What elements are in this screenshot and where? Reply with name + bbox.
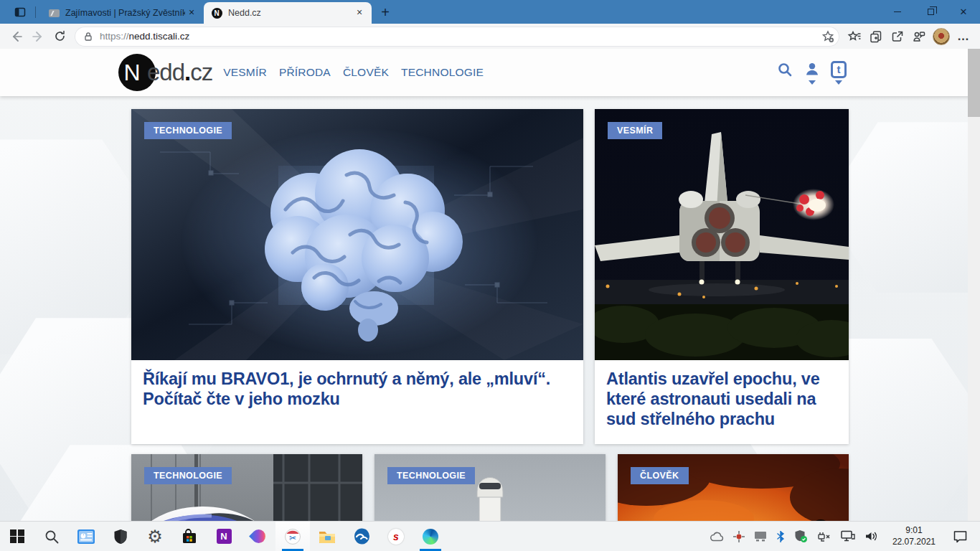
header-icons: t — [776, 61, 847, 85]
window-restore-button[interactable] — [914, 0, 947, 24]
settings-more-icon[interactable]: … — [953, 26, 974, 47]
article-headline[interactable]: Říkají mu BRAVO1, je ochrnutý a němý, al… — [143, 369, 572, 410]
security-shield-icon[interactable] — [794, 529, 808, 543]
clock-time: 9:01 — [892, 525, 936, 537]
article-card-brain: TECHNOLOGIE Říkají mu BRAVO1, je ochrnut… — [131, 109, 583, 444]
article-card-rocket: TECHNOLOGIE — [374, 454, 606, 521]
taskbar-seznam-button[interactable]: s — [379, 522, 413, 551]
scrollbar-thumb[interactable] — [968, 49, 980, 117]
tab-favicon-icon — [48, 7, 60, 19]
gear-icon: ⚙ — [147, 528, 163, 545]
action-center-icon[interactable] — [949, 530, 974, 543]
tab-close-icon[interactable]: × — [353, 6, 366, 19]
category-tag[interactable]: ČLOVĚK — [631, 467, 689, 484]
taskbar-system-app-button[interactable] — [69, 522, 103, 551]
tab-actions-menu-icon[interactable] — [10, 2, 30, 22]
feedback-icon[interactable] — [908, 26, 930, 47]
power-icon[interactable] — [817, 531, 831, 542]
article-headline[interactable]: Atlantis uzavřel epochu, ve které astron… — [606, 369, 837, 430]
page-viewport: N edd.cz VESMÍR PŘÍRODA ČLOVĚK TECHNOLOG… — [0, 49, 980, 521]
taskbar-paint3d-button[interactable] — [241, 522, 275, 551]
share-icon[interactable] — [887, 26, 908, 47]
url-text[interactable]: https://nedd.tiscali.cz — [100, 31, 821, 42]
bluetooth-icon[interactable] — [776, 530, 785, 543]
browser-toolbar: https://nedd.tiscali.cz … — [0, 24, 980, 49]
taskbar: ⚙ N ✂ s — [0, 521, 980, 551]
site-account-icon[interactable] — [804, 61, 821, 85]
article-card-fire: ČLOVĚK — [618, 454, 849, 521]
taskbar-edge-button[interactable] — [413, 522, 448, 551]
tab-close-icon[interactable]: × — [185, 6, 198, 19]
nav-item-technologie[interactable]: TECHNOLOGIE — [401, 66, 484, 79]
openoffice-icon — [354, 528, 370, 545]
taskbar-openoffice-button[interactable] — [344, 522, 379, 551]
refresh-button[interactable] — [49, 26, 70, 47]
taskbar-onenote-button[interactable]: N — [207, 522, 241, 551]
site-header: N edd.cz VESMÍR PŘÍRODA ČLOVĚK TECHNOLOG… — [0, 49, 980, 96]
address-bar[interactable]: https://nedd.tiscali.cz — [75, 27, 839, 47]
profile-avatar[interactable] — [933, 28, 950, 45]
browser-tab-active[interactable]: N Nedd.cz × — [204, 2, 372, 24]
main-nav: VESMÍR PŘÍRODA ČLOVĚK TECHNOLOGIE — [223, 66, 484, 79]
lock-icon — [83, 32, 93, 42]
nav-item-priroda[interactable]: PŘÍRODA — [279, 66, 331, 79]
tray-app-icon[interactable] — [733, 531, 745, 542]
tab-separator — [35, 6, 36, 18]
site-logo[interactable]: N edd.cz — [118, 54, 212, 91]
windows-logo-icon — [10, 529, 24, 544]
nav-item-clovek[interactable]: ČLOVĚK — [343, 66, 389, 79]
nav-item-vesmir[interactable]: VESMÍR — [223, 66, 267, 79]
browser-tab-bar: Zajímavosti | Pražský Zvěstník × N Nedd.… — [0, 0, 980, 24]
network-icon[interactable] — [841, 530, 855, 542]
window-controls: ✕ — [881, 0, 980, 24]
back-button[interactable] — [6, 26, 27, 47]
new-tab-button[interactable]: + — [374, 2, 396, 22]
window-close-button[interactable]: ✕ — [947, 0, 980, 24]
article-image-train[interactable]: TECHNOLOGIE — [131, 454, 362, 521]
onenote-icon: N — [217, 529, 232, 544]
edge-icon — [423, 529, 438, 545]
onedrive-cloud-icon[interactable] — [710, 532, 724, 542]
folder-icon — [319, 529, 336, 544]
store-icon — [182, 529, 197, 545]
article-image-brain[interactable]: TECHNOLOGIE — [131, 109, 583, 360]
clock-date: 22.07.2021 — [892, 537, 936, 548]
article-image-atlantis[interactable]: VESMÍR — [595, 109, 849, 360]
collections-icon[interactable] — [865, 26, 887, 47]
window-minimize-button[interactable] — [881, 0, 914, 24]
taskbar-snipping-tool-button[interactable]: ✂ — [275, 522, 310, 551]
forward-button[interactable] — [27, 26, 49, 47]
taskbar-search-button[interactable] — [34, 522, 69, 551]
paint3d-icon — [249, 527, 268, 546]
taskbar-defender-button[interactable] — [103, 522, 138, 551]
taskbar-store-button[interactable] — [172, 522, 207, 551]
tab-favicon-icon: N — [211, 7, 222, 19]
category-tag[interactable]: TECHNOLOGIE — [387, 467, 475, 484]
taskbar-clock[interactable]: 9:01 22.07.2021 — [888, 525, 940, 547]
chevron-down-icon — [835, 80, 842, 85]
category-tag[interactable]: TECHNOLOGIE — [144, 122, 232, 139]
article-image-rocket[interactable]: TECHNOLOGIE — [374, 454, 606, 521]
search-icon — [44, 529, 60, 545]
system-tray: 9:01 22.07.2021 — [710, 522, 980, 551]
category-tag[interactable]: TECHNOLOGIE — [144, 467, 232, 484]
system-app-icon — [77, 529, 95, 544]
taskbar-file-explorer-button[interactable] — [310, 522, 344, 551]
article-card-train: TECHNOLOGIE — [131, 454, 362, 521]
category-tag[interactable]: VESMÍR — [608, 122, 662, 139]
remote-desktop-icon[interactable] — [754, 531, 767, 542]
add-favorite-star-icon[interactable] — [821, 29, 835, 44]
start-button[interactable] — [0, 522, 34, 551]
screen: Zajímavosti | Pražský Zvěstník × N Nedd.… — [0, 0, 980, 551]
taskbar-settings-button[interactable]: ⚙ — [138, 522, 172, 551]
page-scrollbar[interactable] — [968, 49, 980, 521]
snipping-tool-icon: ✂ — [284, 528, 301, 545]
tab-title: Zajímavosti | Pražský Zvěstník — [65, 8, 185, 18]
favorites-icon[interactable] — [844, 26, 865, 47]
seznam-icon: s — [388, 529, 404, 545]
site-search-icon[interactable] — [776, 61, 793, 78]
browser-tab-inactive[interactable]: Zajímavosti | Pražský Zvěstník × — [41, 2, 204, 24]
tiscali-menu-icon[interactable]: t — [831, 61, 847, 85]
article-image-fire[interactable]: ČLOVĚK — [618, 454, 849, 521]
volume-icon[interactable] — [864, 530, 879, 542]
